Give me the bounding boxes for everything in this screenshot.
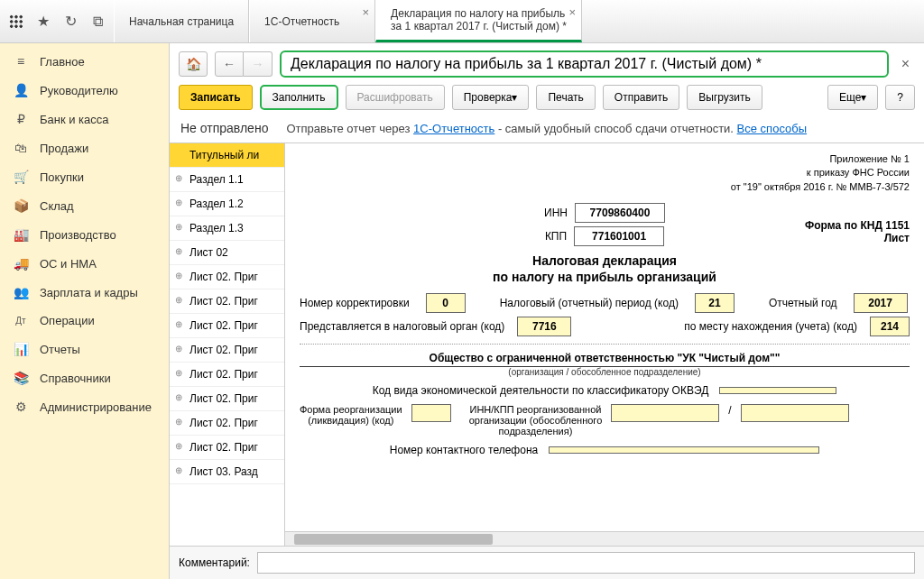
link-1c-reporting[interactable]: 1С-Отчетность	[413, 122, 494, 135]
sidebar-item-production[interactable]: 🏭Производство	[0, 220, 169, 249]
print-button[interactable]: Печать	[536, 85, 595, 110]
sidebar-item-admin[interactable]: ⚙Администрирование	[0, 392, 169, 421]
row-organ: Представляется в налоговый орган (код) 7…	[300, 317, 910, 336]
toolbar: Записать Заполнить Расшифровать Проверка…	[170, 85, 924, 117]
sidebar-item-salary[interactable]: 👥Зарплата и кадры	[0, 278, 169, 307]
kpp-label: КПП	[545, 230, 567, 243]
phone-field[interactable]	[549, 446, 819, 454]
comment-label: Комментарий:	[179, 556, 250, 569]
section-tree: Титульный ли Раздел 1.1 Раздел 1.2 Разде…	[170, 143, 285, 546]
sidebar-item-catalogs[interactable]: 📚Справочники	[0, 363, 169, 392]
okved-field[interactable]	[719, 387, 836, 394]
sidebar-item-main[interactable]: ≡Главное	[0, 47, 169, 76]
link-icon[interactable]: ⧉	[88, 13, 106, 31]
apps-icon[interactable]	[7, 13, 25, 31]
export-button[interactable]: Выгрузить	[687, 85, 762, 110]
tab-declaration[interactable]: Декларация по налогу на прибыль за 1 ква…	[375, 0, 582, 42]
save-button[interactable]: Записать	[179, 85, 253, 110]
sidebar-item-sales[interactable]: 🛍Продажи	[0, 133, 169, 162]
close-button[interactable]: ×	[896, 56, 915, 72]
sidebar-item-warehouse[interactable]: 📦Склад	[0, 191, 169, 220]
box-icon: 📦	[13, 198, 29, 213]
tab-home[interactable]: Начальная страница	[114, 0, 249, 42]
send-button[interactable]: Отправить	[603, 85, 680, 110]
place-field[interactable]: 214	[870, 317, 910, 336]
sidebar-item-purchases[interactable]: 🛒Покупки	[0, 162, 169, 191]
status-badge: Не отправлено	[180, 121, 268, 135]
corr-field[interactable]: 0	[426, 293, 466, 313]
organ-field[interactable]: 7716	[517, 317, 571, 336]
tree-item[interactable]: Раздел 1.3	[170, 216, 284, 241]
history-icon[interactable]: ↻	[61, 13, 79, 31]
doc-area: Титульный ли Раздел 1.1 Раздел 1.2 Разде…	[170, 142, 924, 546]
organ-label: Представляется в налоговый орган (код)	[300, 320, 504, 333]
period-field[interactable]: 21	[695, 293, 735, 313]
comment-input[interactable]	[257, 552, 915, 574]
tabs: Начальная страница 1С-Отчетность × Декла…	[114, 0, 582, 42]
link-all-ways[interactable]: Все способы	[737, 122, 807, 135]
comment-row: Комментарий:	[170, 546, 924, 579]
page-title: Декларация по налогу на прибыль за 1 ква…	[280, 51, 889, 78]
tab-label: 1С-Отчетность	[264, 15, 360, 28]
period-label: Налоговый (отчетный) период (код)	[500, 297, 679, 309]
decode-button[interactable]: Расшифровать	[346, 85, 445, 110]
home-button[interactable]: 🏠	[179, 51, 208, 77]
reorg-kpp-field[interactable]	[741, 404, 849, 422]
books-icon: 📚	[13, 371, 29, 385]
topbar-icon-group: ★ ↻ ⧉	[0, 0, 114, 42]
sidebar: ≡Главное 👤Руководителю ₽Банк и касса 🛍Пр…	[0, 43, 170, 579]
more-button[interactable]: Еще ▾	[827, 85, 878, 110]
sidebar-item-operations[interactable]: ДтОперации	[0, 307, 169, 335]
sidebar-item-bank[interactable]: ₽Банк и касса	[0, 105, 169, 133]
fill-button[interactable]: Заполнить	[260, 85, 338, 110]
sidebar-item-label: Продажи	[40, 142, 88, 155]
tree-item[interactable]: Лист 02	[170, 241, 284, 265]
tree-item[interactable]: Лист 02. Приг	[170, 436, 284, 460]
tree-item[interactable]: Лист 02. Приг	[170, 290, 284, 314]
tab-reporting[interactable]: 1С-Отчетность ×	[249, 0, 375, 42]
tree-item[interactable]: Лист 02. Приг	[170, 411, 284, 436]
reorg-code-field[interactable]	[411, 404, 451, 422]
inn-field[interactable]: 7709860400	[575, 203, 665, 223]
forward-button[interactable]: →	[244, 51, 273, 77]
horizontal-scrollbar[interactable]	[285, 531, 924, 546]
sidebar-item-label: Отчеты	[40, 343, 80, 356]
tree-item[interactable]: Раздел 1.2	[170, 192, 284, 216]
tree-item[interactable]: Лист 02. Приг	[170, 338, 284, 363]
star-icon[interactable]: ★	[34, 13, 52, 31]
tree-item[interactable]: Раздел 1.1	[170, 168, 284, 192]
sidebar-item-label: Операции	[40, 314, 95, 327]
cart-icon: 🛒	[13, 170, 29, 184]
sidebar-item-assets[interactable]: 🚚ОС и НМА	[0, 249, 169, 278]
inn-label: ИНН	[544, 207, 568, 219]
tree-item[interactable]: Лист 02. Приг	[170, 363, 284, 387]
nav-group: ← →	[215, 51, 273, 77]
back-button[interactable]: ←	[215, 51, 244, 77]
close-icon[interactable]: ×	[363, 5, 370, 19]
content-header: 🏠 ← → Декларация по налогу на прибыль за…	[170, 43, 924, 85]
menu-icon: ≡	[13, 54, 29, 69]
tree-item[interactable]: Лист 03. Разд	[170, 460, 284, 484]
form-title-2: по налогу на прибыль организаций	[300, 270, 910, 284]
ruble-icon: ₽	[13, 112, 29, 126]
tree-item[interactable]: Лист 02. Приг	[170, 265, 284, 290]
chevron-down-icon: ▾	[512, 91, 517, 104]
kpp-field[interactable]: 771601001	[574, 226, 664, 246]
form-header: Приложение № 1 к приказу ФНС России от "…	[300, 152, 910, 194]
tab-label: Начальная страница	[129, 15, 234, 28]
close-icon[interactable]: ×	[568, 5, 576, 19]
help-button[interactable]: ?	[885, 85, 915, 110]
check-button[interactable]: Проверка ▾	[452, 85, 530, 110]
topbar: ★ ↻ ⧉ Начальная страница 1С-Отчетность ×…	[0, 0, 924, 43]
chevron-down-icon: ▾	[861, 91, 866, 104]
sidebar-item-manager[interactable]: 👤Руководителю	[0, 76, 169, 105]
tree-item[interactable]: Лист 02. Приг	[170, 387, 284, 411]
chart-icon: 📊	[13, 342, 29, 356]
tree-item-title[interactable]: Титульный ли	[170, 143, 284, 168]
sidebar-item-reports[interactable]: 📊Отчеты	[0, 335, 169, 363]
tree-item[interactable]: Лист 02. Приг	[170, 314, 284, 338]
sidebar-item-label: ОС и НМА	[40, 257, 97, 271]
tab-label-line1: Декларация по налогу на прибыль	[391, 7, 567, 20]
reorg-inn-field[interactable]	[611, 404, 719, 422]
year-field[interactable]: 2017	[854, 293, 908, 313]
